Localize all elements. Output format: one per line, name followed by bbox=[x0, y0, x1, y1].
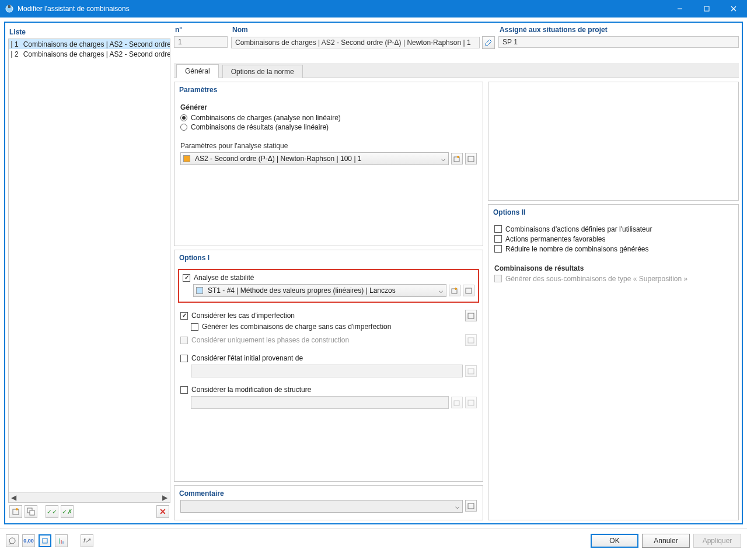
checkbox-icon bbox=[494, 235, 502, 243]
edit-construction-button[interactable] bbox=[465, 334, 477, 346]
maximize-button[interactable] bbox=[693, 0, 720, 18]
horizontal-scrollbar[interactable]: ◀ ▶ bbox=[9, 492, 170, 502]
static-params-label: Paramètres pour l'analyse statique bbox=[180, 142, 477, 150]
combo-value: AS2 - Second ordre (P-Δ) | Newton-Raphso… bbox=[193, 155, 438, 163]
footer-bar: 0,00 f↗ OK Annuler Appliquer bbox=[0, 528, 747, 552]
checkbox-icon bbox=[183, 274, 190, 282]
tab-general[interactable]: Général bbox=[176, 64, 219, 78]
checkbox-icon bbox=[494, 245, 502, 253]
stability-checkbox[interactable]: Analyse de stabilité bbox=[183, 274, 474, 282]
checkbox-label: Considérer l'état initial provenant de bbox=[191, 354, 303, 362]
check-all-button[interactable]: ✓✓ bbox=[46, 505, 58, 518]
minimize-button[interactable] bbox=[666, 0, 693, 18]
radio-icon bbox=[180, 124, 187, 131]
svg-rect-3 bbox=[704, 6, 709, 11]
wizard-icon-button[interactable] bbox=[6, 534, 19, 547]
svg-rect-1 bbox=[8, 5, 11, 8]
copy-item-button[interactable] bbox=[25, 505, 37, 518]
list-item[interactable]: 1 Combinaisons de charges | AS2 - Second… bbox=[9, 39, 170, 49]
apply-button: Appliquer bbox=[693, 534, 741, 548]
new-item-button[interactable] bbox=[9, 505, 22, 518]
checkbox-icon bbox=[180, 386, 188, 394]
radio-label: Combinaisons de résultats (analyse linéa… bbox=[191, 123, 329, 131]
assigned-field[interactable]: SP 1 bbox=[498, 36, 739, 48]
svg-rect-23 bbox=[468, 400, 474, 405]
close-button[interactable] bbox=[720, 0, 747, 18]
list-toolbar: ✓✓ ✓✗ ✕ bbox=[8, 503, 170, 520]
scroll-track[interactable] bbox=[19, 493, 160, 502]
scroll-right-icon[interactable]: ▶ bbox=[160, 493, 170, 503]
ok-button[interactable]: OK bbox=[591, 534, 638, 548]
edit-static-button[interactable] bbox=[465, 153, 477, 164]
svg-rect-6 bbox=[13, 509, 19, 514]
color-swatch-icon bbox=[11, 41, 12, 48]
favorable-permanent-checkbox[interactable]: Actions permanentes favorables bbox=[494, 235, 732, 243]
window-controls bbox=[666, 0, 747, 18]
checkbox-icon bbox=[180, 355, 188, 362]
static-analysis-combo[interactable]: AS2 - Second ordre (P-Δ) | Newton-Raphso… bbox=[180, 152, 449, 165]
tab-standard-options[interactable]: Options de la norme bbox=[222, 65, 303, 78]
scroll-left-icon[interactable]: ◀ bbox=[9, 493, 19, 503]
svg-rect-18 bbox=[466, 288, 472, 293]
options1-title: Options I bbox=[174, 250, 483, 264]
units-button[interactable]: 0,00 bbox=[22, 534, 35, 547]
structure-modification-combo bbox=[191, 396, 449, 409]
svg-rect-19 bbox=[468, 313, 474, 318]
name-field[interactable]: Combinaisons de charges | AS2 - Second o… bbox=[231, 37, 480, 48]
comment-combo[interactable]: ⌵ bbox=[180, 500, 463, 513]
window-title: Modifier l'assistant de combinaisons bbox=[18, 5, 666, 13]
new-static-button[interactable] bbox=[451, 153, 463, 164]
chevron-down-icon: ⌵ bbox=[438, 155, 448, 163]
cancel-button[interactable]: Annuler bbox=[642, 534, 690, 548]
edit-name-button[interactable] bbox=[482, 36, 495, 49]
checkbox-label: Actions permanentes favorables bbox=[505, 235, 605, 243]
function-button[interactable]: f↗ bbox=[81, 534, 93, 547]
checkbox-icon bbox=[191, 323, 198, 331]
checkbox-label: Considérer les cas d'imperfection bbox=[191, 312, 295, 320]
edit-stability-button[interactable] bbox=[463, 285, 474, 296]
chevron-down-icon: ⌵ bbox=[452, 502, 462, 510]
radio-nonlinear[interactable]: Combinaisons de charges (analyse non lin… bbox=[180, 114, 477, 122]
parameters-title: Paramètres bbox=[174, 82, 483, 96]
mode2-button[interactable] bbox=[55, 534, 68, 547]
user-defined-combinations-checkbox[interactable]: Combinaisons d'actions définies par l'ut… bbox=[494, 225, 732, 233]
initial-state-checkbox[interactable]: Considérer l'état initial provenant de bbox=[180, 354, 477, 362]
combo-value: ST1 - #4 | Méthode des valeurs propres (… bbox=[205, 286, 435, 295]
edit-structure-mod-button[interactable] bbox=[465, 397, 477, 408]
color-swatch-icon bbox=[183, 155, 190, 162]
generate-without-imperfection-checkbox[interactable]: Générer les combinaisons de charge sans … bbox=[191, 323, 477, 331]
delete-item-button[interactable]: ✕ bbox=[156, 505, 169, 518]
stability-combo[interactable]: ST1 - #4 | Méthode des valeurs propres (… bbox=[193, 284, 446, 297]
new-stability-button[interactable] bbox=[449, 285, 460, 296]
list-box[interactable]: 1 Combinaisons de charges | AS2 - Second… bbox=[8, 38, 170, 503]
radio-linear[interactable]: Combinaisons de résultats (analyse linéa… bbox=[180, 123, 477, 131]
imperfection-checkbox[interactable]: Considérer les cas d'imperfection bbox=[180, 312, 463, 320]
list-item-num: 1 bbox=[15, 40, 21, 48]
svg-rect-22 bbox=[454, 401, 459, 405]
checkbox-icon bbox=[494, 275, 502, 282]
svg-rect-20 bbox=[468, 338, 474, 343]
assigned-label: Assigné aux situations de projet bbox=[498, 26, 739, 36]
svg-rect-21 bbox=[468, 369, 474, 374]
subcombinations-checkbox: Générer des sous-combinaisons de type « … bbox=[494, 275, 732, 283]
number-field[interactable]: 1 bbox=[174, 36, 228, 48]
list-header: Liste bbox=[8, 26, 170, 38]
result-combinations-title: Combinaisons de résultats bbox=[494, 264, 732, 272]
list-item[interactable]: 2 Combinaisons de charges | AS2 - Second… bbox=[9, 49, 170, 59]
edit-comment-button[interactable] bbox=[465, 500, 477, 512]
svg-rect-10 bbox=[30, 510, 34, 515]
mode1-button[interactable] bbox=[39, 534, 51, 547]
list-item-label: Combinaisons de charges | AS2 - Second o… bbox=[23, 50, 170, 58]
radio-label: Combinaisons de charges (analyse non lin… bbox=[191, 114, 341, 122]
edit-imperfection-button[interactable] bbox=[465, 310, 477, 321]
svg-point-25 bbox=[9, 538, 15, 544]
uncheck-all-button[interactable]: ✓✗ bbox=[61, 505, 74, 518]
reduce-combinations-checkbox[interactable]: Réduire le nombre de combinaisons généré… bbox=[494, 245, 732, 253]
color-swatch-icon bbox=[11, 51, 12, 58]
checkbox-label: Combinaisons d'actions définies par l'ut… bbox=[505, 225, 652, 233]
svg-rect-24 bbox=[468, 503, 474, 509]
structure-modification-checkbox[interactable]: Considérer la modification de structure bbox=[180, 386, 477, 394]
new-structure-mod-button[interactable] bbox=[451, 397, 463, 408]
list-item-num: 2 bbox=[15, 50, 21, 58]
edit-initial-state-button[interactable] bbox=[465, 365, 477, 377]
